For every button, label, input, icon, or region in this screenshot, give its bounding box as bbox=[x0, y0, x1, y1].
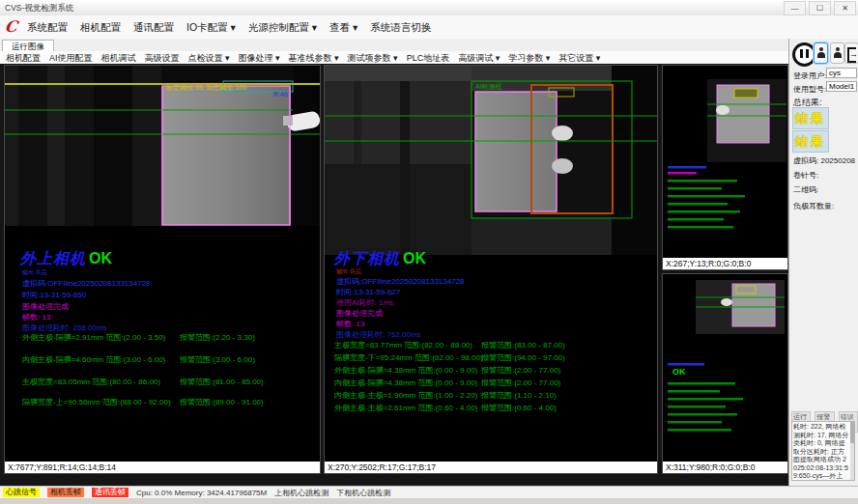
threshold-label: 标定阈值:93, 动态阈值:100 bbox=[166, 83, 246, 93]
measurement-value: 内侧主极-隔膜=4.60mm 范围:(3.00 - 6.00) bbox=[22, 355, 165, 364]
measurement-row: 外侧主极-主极=2.61mm 范围:(0.60 - 4.00) 报警范围:(0.… bbox=[334, 403, 477, 413]
alarm-range: 报警范围:(2.20 - 3.30) bbox=[180, 332, 255, 343]
alarm-range: 报警范围:(94.00 - 97.00) bbox=[481, 352, 565, 363]
menu-system-config[interactable]: 系统配置 bbox=[27, 21, 68, 35]
status-bar: 心跳信号 相机丢帧 通讯丢帧 Cpu: 0.0% Memory: 3424.41… bbox=[0, 486, 858, 498]
vcode-value: 20250208 bbox=[820, 156, 855, 165]
measurement-value: 隔膜宽度-下=95.24mm 范围:(92.00 - 98.00) bbox=[334, 353, 483, 362]
status-ok-badge: OK bbox=[403, 250, 426, 266]
cursor-coordinates: X:311;Y:980;R:0;G:0;B:0 bbox=[663, 462, 787, 473]
pin-number-label: 卷针号: bbox=[793, 170, 818, 181]
measurement-row: 外侧主极-隔膜=4.38mm 范围:(0.00 - 9.00) 报警范围:(2.… bbox=[334, 365, 477, 376]
login-user-input[interactable] bbox=[826, 68, 857, 78]
camera-title: 外上相机OK bbox=[20, 249, 112, 269]
alarm-range: 报警范围:(1.10 - 2.10) bbox=[481, 390, 557, 401]
user-mode-button[interactable] bbox=[830, 42, 844, 64]
control-sidebar: → 登录用户: 使用型号: 总结果: 结果 结果 虚拟码: 20250208 卷… bbox=[788, 39, 858, 486]
menu-view[interactable]: 查看 ▾ bbox=[329, 21, 358, 35]
measurement-value: 主极宽度=83.05mm 范围:(80.00 - 86.00) bbox=[22, 378, 160, 386]
user-icon bbox=[817, 47, 825, 59]
measurement-value: 内侧主极-隔膜=4.38mm 范围:(0.00 - 9.00) bbox=[334, 378, 477, 387]
menu-language-switch[interactable]: 系统语言切换 bbox=[370, 21, 431, 35]
ai-time-text: 使用AI耗时: 1ms bbox=[336, 297, 393, 308]
cursor-coordinates: X:270;Y:2502;R:17;G:17;B:17 bbox=[325, 462, 657, 473]
upper-camera-heartbeat: 上相机心跳检测 bbox=[274, 488, 329, 498]
time-text: 时间:13-31-59-650 bbox=[22, 290, 86, 300]
tool-other-settings[interactable]: 其它设置 ▾ bbox=[558, 52, 600, 65]
tool-ai-config[interactable]: AI使用配置 bbox=[49, 52, 93, 65]
camera-image-lower[interactable] bbox=[325, 66, 657, 255]
lower-camera-heartbeat: 下相机心跳检测 bbox=[336, 488, 390, 498]
alarm-range: 报警范围:(81.00 - 85.00) bbox=[180, 377, 264, 387]
output-subtitle: 输出:良品 bbox=[336, 267, 361, 276]
measurement-value: 外侧主极-主极=2.61mm 范围:(0.60 - 4.00) bbox=[334, 404, 477, 412]
menu-camera-config[interactable]: 相机配置 bbox=[80, 21, 121, 35]
alarm-range: 报警范围:(0.60 - 4.00) bbox=[481, 403, 557, 413]
measurement-row: 内侧主极-主极=1.90mm 范围:(1.00 - 2.20) 报警范围:(1.… bbox=[334, 390, 477, 401]
measurement-row: 主极宽度=83.05mm 范围:(80.00 - 86.00) 报警范围:(81… bbox=[22, 377, 160, 387]
window-title: CVS-视觉检测系统 bbox=[5, 3, 73, 14]
close-icon[interactable]: ✕ bbox=[834, 1, 856, 15]
barcode-text: 虚拟码:OFFIline20250208133134728 bbox=[22, 278, 151, 289]
tool-baseline-params[interactable]: 基准线参数 ▾ bbox=[289, 52, 339, 65]
maximize-icon[interactable]: ☐ bbox=[809, 1, 831, 15]
process-done-text: 图像处理完成 bbox=[336, 308, 383, 319]
camera-name: 外上相机 bbox=[20, 250, 86, 266]
login-user-label: 登录用户: bbox=[793, 70, 826, 81]
alarm-range: 报警范围:(2.00 - 77.00) bbox=[481, 365, 560, 376]
measurement-value: 主极宽度=83.77mm 范围:(82.00 - 88.00) bbox=[334, 341, 472, 350]
status-ok-badge: OK bbox=[89, 250, 112, 266]
model-label: 使用型号: bbox=[793, 84, 826, 95]
measurement-row: 内侧主极-隔膜=4.38mm 范围:(0.00 - 9.00) 报警范围:(2.… bbox=[334, 378, 477, 388]
measurement-value: 内侧主极-主极=1.90mm 范围:(1.00 - 2.20) bbox=[334, 391, 477, 400]
menu-light-config[interactable]: 光源控制配置 ▾ bbox=[248, 21, 317, 35]
window-controls: — ☐ ✕ bbox=[784, 1, 856, 15]
exit-button[interactable]: → bbox=[844, 42, 858, 64]
qr-code-label: 二维码: bbox=[793, 184, 818, 195]
alarm-range: 报警范围:(83.00 - 87.00) bbox=[481, 340, 565, 350]
log-text-area[interactable]: 耗时: 222, 网络检测耗时: 17, 网络分类耗时: 0, 网络提取分区耗时… bbox=[791, 421, 855, 481]
measurement-row: 外侧主极-隔膜=2.91mm 范围:(2.00 - 3.50) 报警范围:(2.… bbox=[22, 332, 165, 343]
tool-image-processing[interactable]: 图像处理 ▾ bbox=[239, 52, 280, 65]
app-logo: C bbox=[4, 17, 18, 36]
camera-name: 外下相机 bbox=[334, 250, 400, 266]
minimize-icon[interactable]: — bbox=[784, 1, 806, 15]
camera-image-upper[interactable] bbox=[5, 66, 320, 226]
user-mode-button-active[interactable] bbox=[814, 42, 828, 64]
tool-advanced-settings[interactable]: 高级设置 bbox=[145, 52, 180, 65]
cursor-coordinates: X:7677;Y:891;R:14;G:14;B:14 bbox=[5, 462, 320, 473]
camera-panel-upper: 标定阈值:93, 动态阈值:100 R:46 外上相机OK 输出:良品 虚拟码:… bbox=[4, 65, 321, 474]
window-bottom-edge bbox=[0, 498, 858, 504]
thumbnail-image-top[interactable] bbox=[663, 66, 787, 258]
camera-dropframe-badge: 相机丢帧 bbox=[47, 488, 84, 497]
heartbeat-badge: 心跳信号 bbox=[3, 488, 40, 497]
measurement-row: 内侧主极-隔膜=4.60mm 范围:(3.00 - 6.00) 报警范围:(3.… bbox=[22, 354, 165, 365]
alarm-range: 报警范围:(3.00 - 6.00) bbox=[180, 354, 255, 365]
tool-spot-check[interactable]: 点检设置 ▾ bbox=[188, 52, 230, 65]
thumbnail-panel-top: X:267;Y:13;R:0;G:0;B:0 bbox=[662, 65, 788, 270]
menu-comm-config[interactable]: 通讯配置 bbox=[133, 21, 174, 35]
model-input[interactable] bbox=[826, 81, 857, 92]
frame-count-text: 帧数: 13 bbox=[22, 312, 50, 322]
user-icon bbox=[834, 47, 842, 59]
tab-bar: 运行图像 bbox=[0, 39, 788, 52]
frame-count-text: 帧数: 13 bbox=[336, 319, 364, 329]
log-scrollbar[interactable] bbox=[850, 422, 854, 480]
barcode-text: 虚拟码:OFFIline20250208133134728 bbox=[336, 276, 465, 287]
tool-learning-params[interactable]: 学习参数 ▾ bbox=[508, 52, 550, 65]
alarm-range: 报警范围:(2.00 - 77.00) bbox=[481, 378, 560, 388]
menu-bar: C 系统配置 相机配置 通讯配置 IO卡配置 ▾ 光源控制配置 ▾ 查看 ▾ 系… bbox=[0, 15, 858, 40]
process-time-text: 图像处理耗时: 762.00ms bbox=[336, 329, 421, 340]
comm-dropframe-badge: 通讯丢帧 bbox=[92, 488, 129, 497]
tool-plc-address[interactable]: PLC地址表 bbox=[407, 52, 450, 65]
tool-advanced-debug[interactable]: 高级调试 ▾ bbox=[458, 52, 500, 65]
tool-test-params[interactable]: 测试项参数 ▾ bbox=[348, 52, 398, 65]
vcode-label: 虚拟码: 20250208 bbox=[793, 155, 855, 166]
result-box-lower: 结果 bbox=[792, 130, 829, 153]
tool-camera-debug[interactable]: 相机调试 bbox=[101, 52, 136, 65]
tool-camera-config[interactable]: 相机配置 bbox=[6, 52, 41, 65]
measurement-value: 隔膜宽度-上=90.56mm 范围:(88.00 - 92.00) bbox=[22, 398, 171, 406]
alarm-range: 报警范围:(89.00 - 91.00) bbox=[180, 397, 264, 407]
menu-io-config[interactable]: IO卡配置 ▾ bbox=[186, 21, 236, 35]
pause-icon bbox=[800, 49, 803, 58]
